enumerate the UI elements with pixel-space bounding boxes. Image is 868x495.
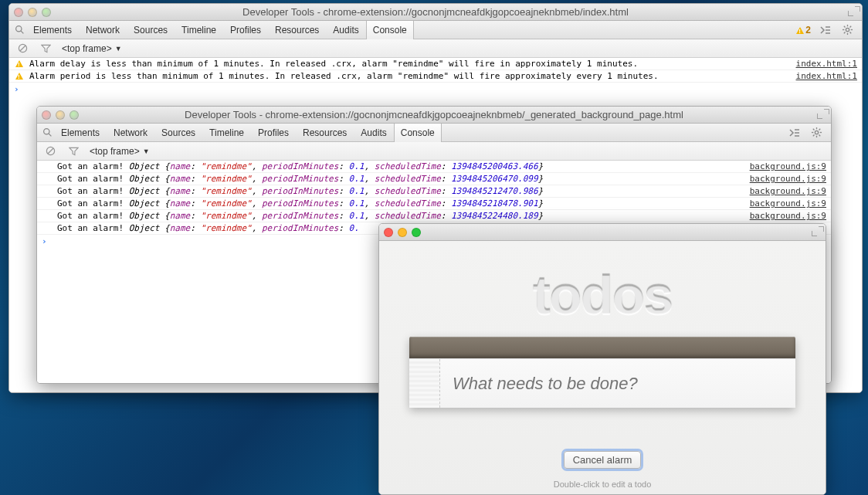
tab-resources[interactable]: Resources	[268, 21, 326, 39]
source-link[interactable]: background.js:9	[742, 198, 826, 209]
warning-icon	[15, 60, 23, 67]
gear-icon[interactable]	[840, 23, 854, 37]
clear-console-icon[interactable]	[15, 42, 29, 56]
context-selector[interactable]: <top frame>▼	[62, 43, 122, 54]
chevron-down-icon: ▼	[143, 147, 150, 155]
window-title: Developer Tools - chrome-extension://goc…	[9, 6, 862, 18]
search-icon[interactable]	[12, 23, 26, 37]
new-todo-input[interactable]	[440, 374, 795, 394]
tab-network[interactable]: Network	[79, 21, 127, 39]
todo-gutter	[409, 359, 440, 408]
svg-line-29	[819, 129, 820, 131]
close-icon[interactable]	[42, 110, 51, 120]
console-filterbar: <top frame>▼	[37, 142, 831, 161]
svg-line-1	[21, 31, 23, 33]
svg-line-15	[19, 46, 25, 51]
console-message: Got an alarm! Object {name: "remindme", …	[54, 161, 742, 171]
console-row: Got an alarm! Object {name: "remindme", …	[37, 210, 831, 222]
zoom-icon[interactable]	[42, 8, 51, 17]
filter-icon[interactable]	[39, 42, 53, 56]
tab-profiles[interactable]: Profiles	[223, 21, 268, 39]
svg-line-17	[49, 134, 51, 136]
source-link[interactable]: index.html:1	[788, 71, 857, 81]
search-icon[interactable]	[40, 126, 54, 140]
tab-timeline[interactable]: Timeline	[202, 124, 251, 142]
warning-icon	[15, 73, 23, 80]
minimize-icon[interactable]	[28, 8, 37, 17]
tab-profiles[interactable]: Profiles	[251, 124, 296, 142]
console-message: Got an alarm! Object {name: "remindme", …	[54, 174, 742, 184]
context-selector[interactable]: <top frame>▼	[90, 146, 150, 157]
close-icon[interactable]	[384, 228, 393, 237]
zoom-icon[interactable]	[412, 228, 421, 237]
traffic-lights	[42, 110, 79, 120]
console-filterbar: <top frame>▼	[9, 39, 862, 58]
titlebar[interactable]	[379, 224, 826, 241]
tab-sources[interactable]: Sources	[127, 21, 175, 39]
titlebar[interactable]: Developer Tools - chrome-extension://goc…	[9, 4, 862, 21]
clear-console-icon[interactable]	[43, 144, 57, 158]
svg-line-11	[849, 32, 851, 34]
expand-icon[interactable]	[812, 225, 824, 238]
svg-line-10	[843, 26, 845, 28]
console-row: Alarm delay is less than minimum of 1 mi…	[9, 58, 862, 70]
prompt-chevron-icon: ›	[14, 84, 19, 94]
expand-icon[interactable]	[848, 5, 860, 18]
console-row: Alarm period is less than minimum of 1 m…	[9, 70, 862, 83]
console-message: Alarm delay is less than minimum of 1 mi…	[26, 59, 788, 69]
drawer-toggle-icon[interactable]	[819, 23, 832, 37]
window-title: Developer Tools - chrome-extension://goc…	[37, 109, 831, 120]
drawer-toggle-icon[interactable]	[788, 126, 802, 140]
source-link[interactable]: background.js:9	[742, 186, 826, 196]
close-icon[interactable]	[14, 8, 23, 17]
svg-line-13	[849, 26, 851, 28]
chevron-down-icon: ▼	[115, 45, 122, 53]
console-row: Got an alarm! Object {name: "remindme", …	[37, 173, 831, 185]
todo-card	[409, 337, 795, 408]
svg-line-26	[812, 129, 814, 131]
warning-count-value: 2	[805, 25, 811, 36]
tab-console[interactable]: Console	[366, 21, 414, 39]
svg-line-12	[843, 32, 845, 34]
source-link[interactable]: background.js:9	[742, 161, 826, 171]
expand-icon[interactable]	[817, 108, 829, 120]
source-link[interactable]: background.js:9	[742, 174, 826, 184]
devtools-tabbar: ElementsNetworkSourcesTimelineProfilesRe…	[37, 124, 831, 142]
minimize-icon[interactable]	[56, 110, 65, 120]
cancel-alarm-button[interactable]: Cancel alarm	[564, 451, 642, 469]
tab-resources[interactable]: Resources	[296, 124, 354, 142]
warning-count[interactable]: 2	[796, 25, 811, 36]
console-message: Got an alarm! Object {name: "remindme", …	[54, 198, 742, 209]
svg-point-21	[815, 131, 818, 134]
tab-elements[interactable]: Elements	[54, 124, 107, 142]
gear-icon[interactable]	[809, 126, 823, 140]
filter-icon[interactable]	[66, 144, 80, 158]
prompt-chevron-icon: ›	[42, 236, 47, 246]
traffic-lights	[384, 228, 421, 237]
tab-elements[interactable]: Elements	[26, 21, 79, 39]
zoom-icon[interactable]	[70, 110, 79, 120]
edit-hint: Double-click to edit a todo	[554, 480, 652, 489]
todos-heading: todos	[533, 264, 673, 326]
source-link[interactable]: index.html:1	[788, 59, 857, 69]
tab-sources[interactable]: Sources	[154, 124, 202, 142]
context-label: <top frame>	[62, 43, 112, 54]
todos-app-window: todos Cancel alarm Double-click to edit …	[378, 223, 826, 495]
source-link[interactable]: background.js:9	[742, 211, 826, 221]
tab-audits[interactable]: Audits	[326, 21, 365, 39]
titlebar[interactable]: Developer Tools - chrome-extension://goc…	[37, 107, 831, 124]
console-row: Got an alarm! Object {name: "remindme", …	[37, 198, 831, 210]
warning-icon	[796, 27, 804, 34]
traffic-lights	[14, 8, 51, 17]
tab-network[interactable]: Network	[107, 124, 154, 142]
tab-console[interactable]: Console	[394, 124, 442, 142]
console-prompt[interactable]: ›	[9, 83, 862, 96]
minimize-icon[interactable]	[398, 228, 407, 237]
console-row: Got an alarm! Object {name: "remindme", …	[37, 161, 831, 173]
devtools-tabbar: ElementsNetworkSourcesTimelineProfilesRe…	[9, 21, 862, 39]
svg-point-0	[15, 26, 21, 32]
tab-audits[interactable]: Audits	[354, 124, 393, 142]
console-message: Alarm period is less than minimum of 1 m…	[26, 71, 788, 81]
tab-timeline[interactable]: Timeline	[175, 21, 223, 39]
console-message: Got an alarm! Object {name: "remindme", …	[54, 186, 742, 196]
